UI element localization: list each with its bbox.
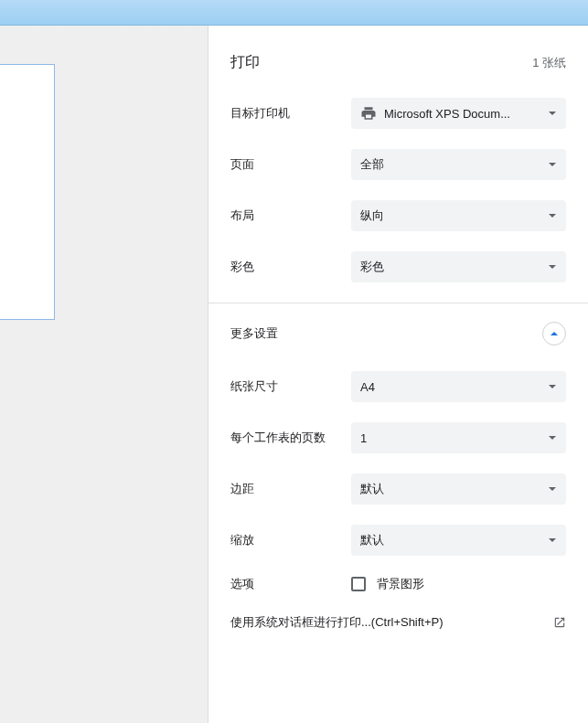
pages-per-sheet-select[interactable]: 1 bbox=[351, 422, 566, 453]
scale-select[interactable]: 默认 bbox=[351, 525, 566, 556]
paper-size-value: A4 bbox=[360, 380, 375, 394]
panel-title: 打印 bbox=[230, 53, 260, 72]
destination-select[interactable]: Microsoft XPS Docum... bbox=[351, 98, 566, 129]
background-graphics-checkbox[interactable] bbox=[351, 577, 366, 591]
system-dialog-label: 使用系统对话框进行打印...(Ctrl+Shift+P) bbox=[230, 614, 444, 631]
chevron-down-icon bbox=[548, 433, 557, 442]
margins-value: 默认 bbox=[360, 481, 384, 497]
chevron-down-icon bbox=[548, 109, 557, 118]
destination-label: 目标打印机 bbox=[230, 105, 351, 122]
chevron-down-icon bbox=[548, 536, 557, 545]
pages-select[interactable]: 全部 bbox=[351, 149, 566, 180]
layout-value: 纵向 bbox=[360, 207, 384, 224]
chevron-up-icon bbox=[550, 329, 559, 338]
printer-icon bbox=[360, 105, 377, 122]
pages-value: 全部 bbox=[360, 156, 384, 173]
chevron-down-icon bbox=[548, 262, 557, 271]
margins-select[interactable]: 默认 bbox=[351, 473, 566, 505]
system-dialog-link[interactable]: 使用系统对话框进行打印...(Ctrl+Shift+P) bbox=[230, 614, 566, 631]
paper-size-label: 纸张尺寸 bbox=[230, 378, 351, 395]
color-label: 彩色 bbox=[230, 259, 351, 275]
pages-per-sheet-value: 1 bbox=[360, 431, 367, 445]
window-titlebar bbox=[0, 0, 588, 26]
chevron-down-icon bbox=[548, 484, 557, 494]
more-settings-label: 更多设置 bbox=[230, 325, 278, 342]
paper-size-select[interactable]: A4 bbox=[351, 371, 566, 402]
color-value: 彩色 bbox=[360, 259, 384, 275]
more-settings-toggle[interactable]: 更多设置 bbox=[230, 322, 566, 346]
main-area: 打印 1 张纸 目标打印机 Microsoft XPS Docum... 页 bbox=[0, 26, 588, 723]
open-external-icon bbox=[553, 616, 566, 629]
pages-label: 页面 bbox=[230, 156, 351, 173]
divider bbox=[208, 303, 588, 303]
color-select[interactable]: 彩色 bbox=[351, 251, 566, 282]
chevron-down-icon bbox=[548, 160, 557, 169]
preview-page[interactable] bbox=[0, 64, 55, 320]
preview-column bbox=[0, 26, 208, 723]
collapse-button[interactable] bbox=[542, 322, 566, 346]
layout-label: 布局 bbox=[230, 207, 351, 224]
chevron-down-icon bbox=[548, 382, 557, 391]
sheet-count: 1 张纸 bbox=[532, 55, 566, 71]
chevron-down-icon bbox=[548, 211, 557, 220]
margins-label: 边距 bbox=[230, 481, 351, 497]
destination-value: Microsoft XPS Docum... bbox=[384, 107, 510, 121]
print-panel: 打印 1 张纸 目标打印机 Microsoft XPS Docum... 页 bbox=[208, 26, 588, 723]
background-graphics-label: 背景图形 bbox=[377, 576, 424, 592]
pages-per-sheet-label: 每个工作表的页数 bbox=[230, 430, 351, 446]
layout-select[interactable]: 纵向 bbox=[351, 200, 566, 231]
options-label: 选项 bbox=[230, 576, 351, 592]
scale-value: 默认 bbox=[360, 532, 384, 548]
scale-label: 缩放 bbox=[230, 532, 351, 548]
